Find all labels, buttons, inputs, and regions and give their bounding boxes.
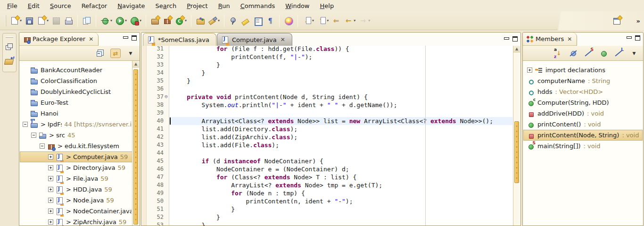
tree-item[interactable]: > edu.kit.filesystem xyxy=(20,141,139,151)
view-menu-button[interactable]: ▼ xyxy=(629,49,639,58)
code-line-41[interactable]: 41 list.add(Directory.class); xyxy=(147,125,512,133)
member-item[interactable]: cComputer(String, HDD) xyxy=(523,97,643,108)
code-line-42[interactable]: 42 list.add(ZipArchiv.class); xyxy=(147,133,512,141)
link-with-editor-button[interactable]: ⇄ xyxy=(110,49,121,58)
member-item[interactable]: addDrive(HDD) : void xyxy=(523,108,643,119)
scrollbar-thumb[interactable] xyxy=(514,121,519,183)
tree-item[interactable]: Hanoi xyxy=(20,108,139,119)
member-item[interactable]: import declarations xyxy=(523,65,643,75)
expand-icon[interactable] xyxy=(48,209,53,214)
open-type-button[interactable] xyxy=(195,15,206,27)
package-explorer-tab[interactable]: Package Explorer ✕ xyxy=(19,33,99,46)
maximize-button[interactable] xyxy=(512,36,518,42)
menu-refactor[interactable]: Refactor xyxy=(76,1,113,11)
member-item[interactable]: computerName : String xyxy=(523,75,643,86)
restore-views-icon[interactable] xyxy=(4,42,15,53)
code-line-51[interactable]: 51 } xyxy=(147,205,512,213)
editor-scrollbar[interactable]: ▲ xyxy=(513,46,520,226)
next-annotation-button[interactable]: ↓▾ xyxy=(301,15,315,27)
expand-icon[interactable] xyxy=(48,219,53,225)
tree-item[interactable]: > NodeContainer.java xyxy=(20,206,139,217)
show-whitespace-button[interactable]: ¶ xyxy=(264,15,276,27)
code-line-35[interactable]: 35 } xyxy=(147,77,512,85)
scroll-up-arrow[interactable]: ▲ xyxy=(513,46,520,52)
occurrences-button[interactable] xyxy=(228,15,239,27)
maximize-button[interactable] xyxy=(132,35,137,41)
expand-icon[interactable] xyxy=(48,165,53,170)
member-item[interactable]: hdds : Vector<HDD> xyxy=(523,86,643,97)
code-line-48[interactable]: 48 ArrayList<? extends Node> tmp = e.get… xyxy=(147,181,512,189)
tree-item[interactable]: > src45 xyxy=(20,130,139,141)
toolbar-grip[interactable] xyxy=(5,15,6,26)
tree-item[interactable]: > Node.java59 xyxy=(20,195,139,206)
code-line-52[interactable]: 52 } xyxy=(147,213,512,221)
search-button[interactable]: ▾ xyxy=(207,15,221,27)
code-line-49[interactable]: 49 for (Node n : tmp) { xyxy=(147,189,512,197)
code-line-40[interactable]: 40 ArrayList<Class<? extends Node>> list… xyxy=(147,117,512,125)
new-class-button[interactable]: ▾ xyxy=(174,15,188,27)
drag-handle[interactable] xyxy=(6,36,13,38)
maximize-button[interactable] xyxy=(635,35,640,41)
tree-item[interactable]: DoublyLinkedCyclicList xyxy=(20,86,139,97)
code-line-47[interactable]: 47 for (Class<? extends Node> T : list) … xyxy=(147,173,512,181)
save-as-button[interactable] xyxy=(24,15,35,27)
tree-item[interactable]: > File.java59 xyxy=(20,173,139,184)
code-line-32[interactable]: 32 printContent(f, "|-"); xyxy=(147,53,512,61)
menu-help[interactable]: Help xyxy=(315,1,339,11)
chevron-down-icon[interactable]: ▾ xyxy=(140,18,141,23)
highlight-button[interactable] xyxy=(240,15,251,27)
code-line-45[interactable]: 45 if (d instanceof NodeContainer) { xyxy=(147,157,512,165)
tree-item[interactable]: > HDD.java59 xyxy=(20,184,139,195)
collapse-icon[interactable] xyxy=(31,133,36,138)
tree-item[interactable]: Euro-Test xyxy=(20,97,139,108)
expand-icon[interactable] xyxy=(48,176,53,181)
chevron-down-icon[interactable]: ▾ xyxy=(125,18,127,23)
toolbar-overflow-chevron[interactable]: » xyxy=(636,17,640,25)
chevron-down-icon[interactable]: ▾ xyxy=(20,18,22,23)
minimize-button[interactable] xyxy=(626,35,631,41)
tree-item[interactable]: > IpdFs44 [https://svnserver.i xyxy=(20,119,139,130)
close-icon[interactable]: ✕ xyxy=(567,36,572,42)
new-wizard-button[interactable]: ▾ xyxy=(9,15,23,27)
minimize-button[interactable] xyxy=(504,36,509,42)
new-java-project-button[interactable] xyxy=(149,15,161,27)
chevron-down-icon[interactable]: ▾ xyxy=(185,18,187,23)
code-line-53[interactable]: 53 } xyxy=(147,221,512,226)
member-item[interactable]: Smain(String[]) : void xyxy=(523,141,643,151)
code-line-38[interactable]: 38 System.out.println("|-" + ident + " "… xyxy=(147,101,512,109)
tree-item[interactable]: > Computer.java59 xyxy=(20,151,139,162)
code-line-39[interactable]: 39 xyxy=(147,109,512,117)
debug-button[interactable]: ▾ xyxy=(99,15,113,27)
expand-icon[interactable] xyxy=(527,67,532,73)
members-tab[interactable]: Members ✕ xyxy=(523,33,577,46)
hide-fields-button[interactable] xyxy=(569,49,579,58)
code-line-44[interactable]: 44 xyxy=(147,149,512,157)
code-line-50[interactable]: 50 printContent(n, ident + "-"); xyxy=(147,197,512,205)
sort-button[interactable]: ↓ xyxy=(553,49,564,58)
show-selected-element-button[interactable] xyxy=(252,15,264,27)
code-editor[interactable]: 31 for (File f : hdd.get(File.class)) {3… xyxy=(142,46,520,226)
menu-file[interactable]: File xyxy=(2,1,23,11)
menu-project[interactable]: Project xyxy=(182,1,213,11)
color-ball-button[interactable] xyxy=(283,15,294,27)
code-line-31[interactable]: 31 for (File f : hdd.get(File.class)) { xyxy=(147,46,512,53)
new-package-button[interactable] xyxy=(162,15,173,27)
run-button[interactable]: ▾ xyxy=(114,15,128,27)
back-button[interactable]: ←▾ xyxy=(343,15,356,27)
chevron-down-icon[interactable]: ▾ xyxy=(354,18,355,23)
fold-collapse-icon[interactable]: ⊖ xyxy=(164,93,169,101)
chevron-down-icon[interactable]: ▾ xyxy=(218,18,220,23)
prev-annotation-button[interactable]: ↑▾ xyxy=(316,15,330,27)
hide-static-button[interactable] xyxy=(584,49,594,58)
code-line-34[interactable]: 34 } xyxy=(147,69,512,77)
menu-commands[interactable]: Commands xyxy=(235,1,281,11)
editor-tab-computerjava[interactable]: Computer.java✕ xyxy=(217,33,292,46)
open-folder-icon[interactable] xyxy=(4,55,15,66)
menu-edit[interactable]: Edit xyxy=(23,1,45,11)
code-line-37[interactable]: 37⊖ private void printContent(Node d, St… xyxy=(147,93,512,101)
hide-local-types-button[interactable] xyxy=(614,49,624,58)
member-item[interactable]: printContent() : void xyxy=(523,119,643,130)
expand-icon[interactable] xyxy=(48,187,53,192)
collapse-all-button[interactable] xyxy=(95,49,106,58)
java-perspective-button[interactable] xyxy=(611,15,623,27)
